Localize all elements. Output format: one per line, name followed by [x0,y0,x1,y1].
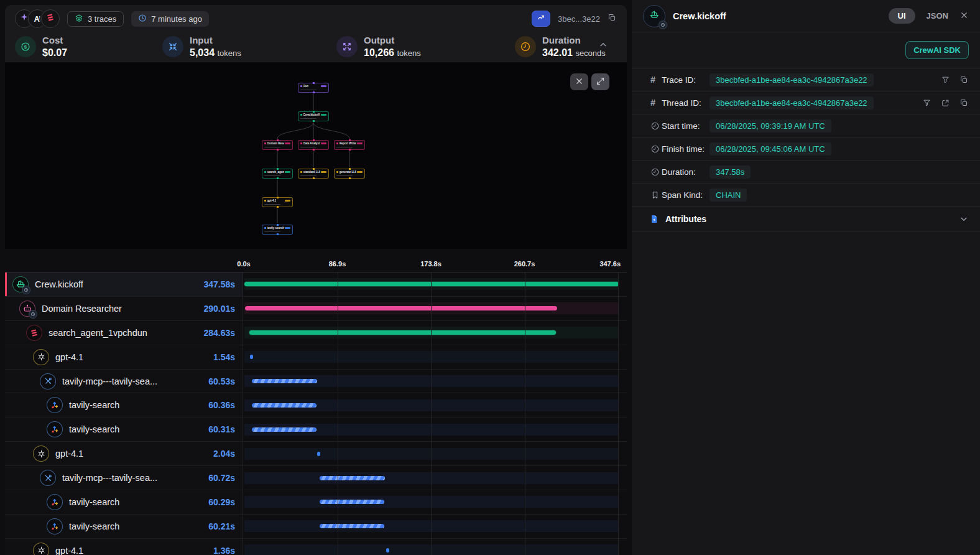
duration-clock-icon [515,36,536,57]
collapse-metrics-chevron-icon[interactable] [598,40,608,52]
node-kind-badge [357,142,363,145]
field-label: Finish time: [662,144,710,154]
node-subtext [336,147,353,148]
span-fields: #Trace ID:3becbfed-a1be-ae84-ea3c-494286… [632,68,980,207]
span-name: tavily-search [69,497,119,507]
filter-button[interactable] [941,75,950,85]
trace-id-short: 3bec...3e22 [558,14,600,24]
agent-stack-avatar [41,9,60,28]
tab-json[interactable]: JSON [927,11,948,21]
graph-node-sp[interactable]: standard LLM Prompt [298,169,329,179]
copy-button[interactable] [959,75,969,85]
timeline-row[interactable]: tavily-search60.29s [5,490,627,515]
timeline-row[interactable]: gpt-4.12.04s [5,442,627,466]
timeline-row[interactable]: search_agent_1vpchdun284.63s [5,321,627,345]
timeline-row[interactable]: Domain Researcher290.01s [5,297,627,321]
copy-icon [608,13,617,24]
close-icon [959,11,969,22]
row-name-cell[interactable]: tavily-search60.21s [5,515,243,538]
graph-node-rw[interactable]: Report Writer [334,140,365,150]
traces-count-badge[interactable]: 3 traces [67,11,124,27]
row-name-cell[interactable]: search_agent_1vpchdun284.63s [5,321,243,345]
stack-red-icon [26,325,42,341]
row-name-cell[interactable]: Crew.kickoff347.58s [5,273,243,296]
node-type-dot [300,85,302,87]
timeline-row[interactable]: tavily-mcp---tavily-sea...60.72s [5,466,627,490]
chevron-down-icon [959,214,969,224]
metrics-chart-button[interactable] [532,11,550,27]
app-root: A\ 3 traces 7 minutes ago 3bec...3e22 [0,0,980,555]
timeline-row[interactable]: tavily-search60.36s [5,393,627,417]
span-track [244,448,618,460]
filter-button[interactable] [922,98,931,108]
span-duration: 2.04s [213,449,235,459]
node-type-dot [264,227,266,229]
row-name-cell[interactable]: tavily-mcp---tavily-sea...60.72s [5,466,243,490]
copy-trace-id-button[interactable] [608,13,617,24]
span-duration: 60.36s [208,400,235,410]
node-label: standard LLM Prompt [303,170,320,174]
copy-button[interactable] [959,98,969,108]
row-name-cell[interactable]: gpt-4.12.04s [5,442,243,465]
tavily-icon [47,518,63,534]
row-name-cell[interactable]: Domain Researcher290.01s [5,297,243,320]
row-plot-cell [243,321,627,345]
node-type-dot [264,171,266,173]
field-value: 06/28/2025, 09:39:19 AM UTC [710,119,831,133]
clock-badge-icon [659,21,667,29]
timeline-row[interactable]: tavily-search60.31s [5,417,627,442]
provider-avatar-group: A\ [15,9,60,28]
attributes-section-header[interactable]: Attributes [632,207,980,232]
arrows-out-icon [336,36,358,57]
graph-node-run[interactable]: Run [298,83,329,93]
close-panel-button[interactable] [959,11,969,22]
field-label: Trace ID: [662,75,710,85]
field-label: Duration: [662,167,710,177]
trend-icon [537,13,546,24]
row-name-cell[interactable]: gpt-4.11.36s [5,539,243,555]
row-name-cell[interactable]: gpt-4.11.54s [5,345,243,369]
graph-expand-button[interactable] [591,73,609,90]
graph-node-crew[interactable]: Crew.kickoff [298,111,329,121]
graph-node-gp[interactable]: generate LLM prompt [334,169,365,179]
graph-node-da[interactable]: Data Analyst [298,140,329,150]
timeline-row[interactable]: tavily-search60.21s [5,515,627,539]
field-value: 06/28/2025, 09:45:06 AM UTC [710,142,831,156]
clock-icon [138,14,147,24]
graph-node-sa[interactable]: search_agent_1vpchdun [262,169,293,179]
tab-ui[interactable]: UI [889,8,915,24]
row-name-cell[interactable]: tavily-search60.31s [5,417,243,441]
timeline-row[interactable]: gpt-4.11.54s [5,345,627,370]
node-label: gpt-4.1 [267,199,277,202]
graph-node-gpt[interactable]: gpt-4.1 [262,197,293,207]
row-name-cell[interactable]: tavily-search60.36s [5,393,243,417]
close-icon [575,77,584,88]
graph-node-dr[interactable]: Domain Researcher [262,140,293,150]
metric-unit: tokens [397,49,420,58]
row-name-cell[interactable]: tavily-search60.29s [5,490,243,514]
node-type-dot [300,142,302,144]
timeline-axis: 0.0s86.9s173.8s260.7s347.6s [5,249,627,272]
field-value: 3becbfed-a1be-ae84-ea3c-4942867a3e22 [710,73,874,86]
hash-icon: # [650,75,662,85]
span-name: tavily-mcp---tavily-sea... [62,376,157,386]
timeline-row[interactable]: Crew.kickoff347.58s [5,273,627,297]
tavily-icon [47,421,63,437]
span-bar [244,282,619,286]
span-title: Crew.kickoff [673,11,881,21]
span-bar [249,330,556,335]
span-bar [252,403,317,408]
row-name-cell[interactable]: tavily-mcp---tavily-sea...60.53s [5,370,243,393]
node-type-dot [300,114,302,116]
field-label: Thread ID: [662,98,710,108]
clock-badge-icon [22,286,30,294]
graph-node-tv[interactable]: tavily-search [262,225,293,235]
field-value: 347.58s [710,166,751,179]
graph-close-button[interactable] [570,73,588,90]
timeline-row[interactable]: tavily-mcp---tavily-sea...60.53s [5,370,627,394]
tavily-icon [47,397,63,413]
sdk-badge[interactable]: CrewAI SDK [905,41,969,59]
timeline-row[interactable]: gpt-4.11.36s [5,539,627,555]
open-external-button[interactable] [941,98,950,108]
robot-icon [19,301,35,317]
